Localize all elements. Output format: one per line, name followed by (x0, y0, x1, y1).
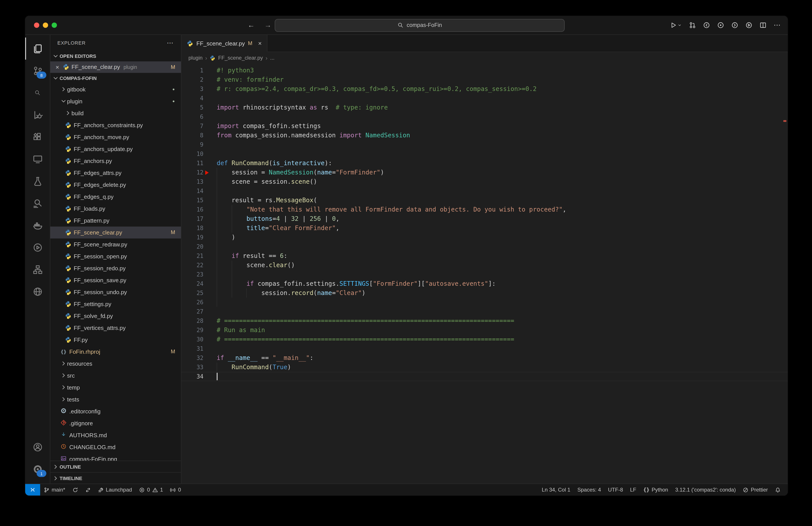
file-FoFin.rhproj[interactable]: {}FoFin.rhprojM (50, 345, 181, 357)
line-number[interactable]: 31 (182, 344, 203, 353)
activity-item-accounts[interactable] (25, 436, 50, 458)
file-compas-FoFin.png[interactable]: compas-FoFin.png (50, 453, 181, 461)
pull-request-icon[interactable] (689, 22, 696, 29)
nav-forward-icon[interactable] (731, 22, 738, 29)
line-number[interactable]: 10 (182, 149, 203, 158)
activity-item-search[interactable] (25, 82, 50, 104)
status-encoding[interactable]: UTF-8 (605, 484, 627, 496)
line-number[interactable]: 27 (182, 307, 203, 316)
file-FF_edges_attrs.py[interactable]: FF_edges_attrs.py (50, 167, 181, 179)
folder-plugin[interactable]: plugin● (50, 95, 181, 107)
code-line-8[interactable]: 8from compas_session.namedsession import… (182, 131, 788, 140)
activity-item-extensions[interactable] (25, 126, 50, 148)
code-line-4[interactable]: 4 (182, 94, 788, 103)
code-line-16[interactable]: 16 "Note that this will remove all FormF… (182, 205, 788, 214)
code-line-20[interactable]: 20 (182, 242, 788, 251)
file-FF_edges_delete.py[interactable]: FF_edges_delete.py (50, 179, 181, 190)
file-FF_edges_q.py[interactable]: FF_edges_q.py (50, 190, 181, 202)
line-number[interactable]: 7 (182, 122, 203, 131)
code-line-5[interactable]: 5import rhinoscriptsyntax as rs # type: … (182, 103, 788, 112)
nav-back-icon[interactable] (703, 22, 710, 29)
workspace-folder-header[interactable]: COMPAS-FOFIN (50, 73, 181, 83)
line-number[interactable]: 14 (182, 186, 203, 196)
file-AUTHORS.md[interactable]: AUTHORS.md (50, 429, 181, 441)
code-line-22[interactable]: 22 scene.clear() (182, 260, 788, 270)
code-line-17[interactable]: 17 buttons=4 | 32 | 256 | 0, (182, 214, 788, 224)
status-compare[interactable] (82, 484, 94, 496)
folder-src[interactable]: src (50, 369, 181, 381)
folder-resources[interactable]: resources (50, 357, 181, 369)
line-number[interactable]: 34 (182, 372, 203, 381)
folder-gitbook[interactable]: gitbook● (50, 83, 181, 95)
minimize-window-button[interactable] (43, 23, 48, 28)
code-editor[interactable]: 1#! python32# venv: formfinder3# r: comp… (182, 63, 788, 484)
line-number[interactable]: 21 (182, 251, 203, 260)
line-number[interactable]: 1 (182, 66, 203, 75)
line-number[interactable]: 18 (182, 224, 203, 233)
status-sync[interactable] (69, 484, 82, 496)
nav-target-icon[interactable] (717, 22, 724, 29)
status-cursor-position[interactable]: Ln 34, Col 1 (538, 484, 574, 496)
line-number[interactable]: 25 (182, 288, 203, 298)
file-FF_session_open.py[interactable]: FF_session_open.py (50, 250, 181, 262)
file-FF_anchors.py[interactable]: FF_anchors.py (50, 155, 181, 167)
code-line-1[interactable]: 1#! python3 (182, 66, 788, 75)
code-line-24[interactable]: 24 if compas_fofin.settings.SETTINGS["Fo… (182, 279, 788, 288)
breadcrumb-symbol[interactable]: ... (270, 55, 275, 61)
more-actions-icon[interactable]: ⋯ (167, 39, 174, 47)
code-line-32[interactable]: 32if __name__ == "__main__": (182, 353, 788, 362)
line-number[interactable]: 5 (182, 103, 203, 112)
code-line-31[interactable]: 31 (182, 344, 788, 353)
code-line-12[interactable]: 12 session = NamedSession(name="FormFind… (182, 168, 788, 177)
activity-item-remote-explorer[interactable] (25, 148, 50, 170)
split-editor-icon[interactable] (759, 22, 767, 29)
code-line-21[interactable]: 21 if result == 6: (182, 251, 788, 260)
zoom-window-button[interactable] (52, 23, 57, 28)
line-number[interactable]: 12 (182, 168, 203, 177)
line-number[interactable]: 6 (182, 112, 203, 122)
status-prettier[interactable]: Prettier (739, 484, 771, 496)
line-number[interactable]: 33 (182, 362, 203, 372)
file-FF_scene_clear.py[interactable]: FF_scene_clear.pyM (50, 226, 181, 238)
activity-item-run-and-debug[interactable] (25, 104, 50, 126)
file-FF_anchors_move.py[interactable]: FF_anchors_move.py (50, 131, 181, 143)
close-window-button[interactable] (34, 23, 39, 28)
line-number[interactable]: 11 (182, 158, 203, 168)
code-line-25[interactable]: 25 session.record(name="Clear") (182, 288, 788, 298)
code-line-9[interactable]: 9 (182, 140, 788, 149)
activity-item-github[interactable] (25, 281, 50, 302)
code-line-33[interactable]: 33 RunCommand(True) (182, 362, 788, 372)
line-number[interactable]: 30 (182, 335, 203, 344)
activity-item-explorer[interactable] (25, 38, 50, 60)
activity-item-live-preview[interactable] (25, 236, 50, 258)
more-icon[interactable]: ⋯ (773, 22, 781, 29)
folder-temp[interactable]: temp (50, 381, 181, 393)
activity-item-docker[interactable] (25, 214, 50, 236)
more-icon[interactable]: ⋯ (773, 22, 781, 29)
line-number[interactable]: 13 (182, 177, 203, 186)
close-icon[interactable]: × (258, 40, 262, 47)
file-FF.py[interactable]: FF.py (50, 334, 181, 345)
command-center-search[interactable]: compas-FoFin (275, 19, 565, 32)
line-number[interactable]: 32 (182, 353, 203, 362)
activity-item-settings[interactable]: 1 (25, 458, 50, 480)
tab-ff-scene-clear[interactable]: FF_scene_clear.py M × (182, 35, 267, 52)
file-.editorconfig[interactable]: .editorconfig (50, 405, 181, 417)
folder-tests[interactable]: tests (50, 393, 181, 405)
file-.gitignore[interactable]: .gitignore (50, 417, 181, 429)
forward-arrow-icon[interactable]: → (264, 21, 271, 29)
line-number[interactable]: 23 (182, 270, 203, 279)
line-number[interactable]: 28 (182, 316, 203, 326)
status-remote[interactable] (25, 484, 40, 496)
outline-header[interactable]: OUTLINE (50, 461, 181, 472)
status-eol[interactable]: LF (627, 484, 640, 496)
line-number[interactable]: 19 (182, 233, 203, 242)
code-line-29[interactable]: 29# Run as main (182, 326, 788, 335)
title-bar[interactable]: ← → compas-FoFin ⋯ (25, 16, 788, 35)
code-line-28[interactable]: 28# ====================================… (182, 316, 788, 326)
file-FF_session_undo.py[interactable]: FF_session_undo.py (50, 286, 181, 298)
code-line-18[interactable]: 18 title="Clear FormFinder", (182, 224, 788, 233)
code-line-15[interactable]: 15 result = rs.MessageBox( (182, 196, 788, 205)
file-FF_solve_fd.py[interactable]: FF_solve_fd.py (50, 310, 181, 322)
code-line-30[interactable]: 30# ====================================… (182, 335, 788, 344)
